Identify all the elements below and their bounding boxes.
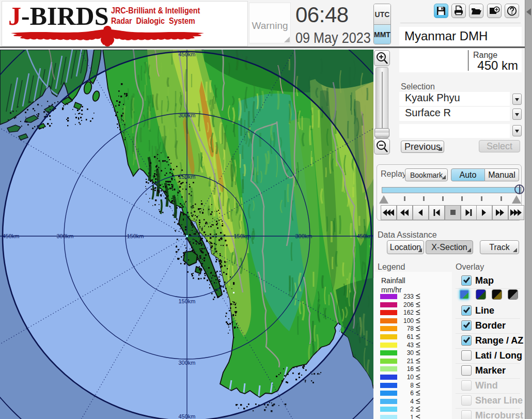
svg-text:300km: 300km	[178, 112, 195, 118]
svg-text:450km: 450km	[356, 233, 373, 239]
svg-text:150km: 150km	[233, 233, 251, 239]
svg-text:450km: 450km	[2, 233, 19, 239]
svg-text:300km: 300km	[295, 233, 312, 239]
svg-text:450km: 450km	[178, 51, 195, 57]
svg-text:450km: 450km	[178, 413, 195, 419]
svg-text:150km: 150km	[127, 233, 144, 239]
svg-text:300km: 300km	[178, 360, 195, 366]
svg-text:300km: 300km	[56, 233, 73, 239]
svg-text:150km: 150km	[178, 174, 195, 180]
svg-text:150km: 150km	[178, 298, 195, 304]
